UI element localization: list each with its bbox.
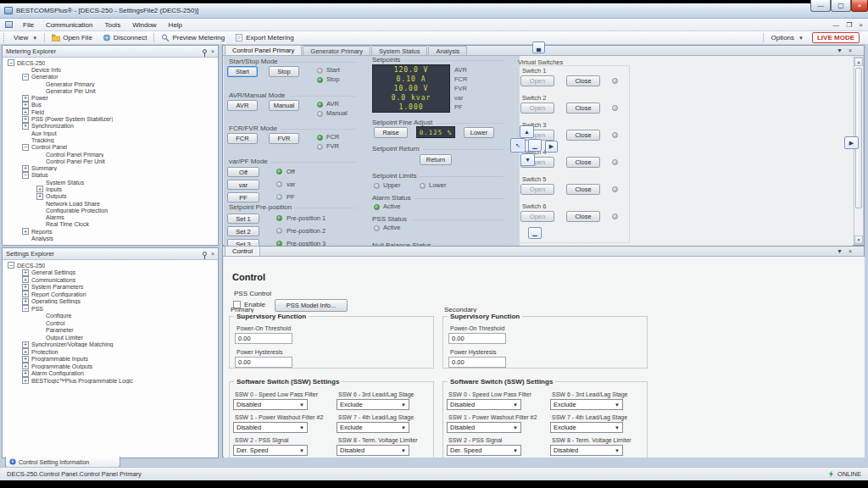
ssw-dropdown[interactable]: Disabled▼ (447, 399, 521, 410)
ssw-dropdown[interactable]: Exclude▼ (337, 399, 409, 410)
set-1-button[interactable]: Set 1 (227, 214, 259, 224)
tree-item[interactable]: +Inputs (3, 186, 218, 192)
expand-icon[interactable]: + (22, 95, 29, 102)
tree-item[interactable]: +Programmable Outputs (3, 363, 218, 370)
switch-close-button[interactable]: Close (566, 130, 600, 141)
maximize-button[interactable]: ▢ (831, 0, 851, 12)
pf-button[interactable]: PF (227, 192, 259, 202)
ssw-dropdown[interactable]: Disabled▼ (447, 422, 521, 433)
fcr-button[interactable]: FCR (227, 133, 258, 144)
off-button[interactable]: Off (227, 167, 259, 177)
tree-item[interactable]: +Report Configuration (3, 291, 218, 298)
close-icon[interactable]: × (849, 47, 852, 53)
avr-button[interactable]: AVR (227, 100, 258, 111)
tree-item[interactable]: +System Parameters (3, 284, 218, 291)
tree-item[interactable]: Generator Primary (3, 80, 218, 87)
tree-item[interactable]: +Field (3, 108, 218, 115)
tab-control-panel-primary[interactable]: Control Panel Primary (225, 45, 302, 55)
disconnect-button[interactable]: Disconnect (97, 32, 153, 44)
tree-item[interactable]: Analysis (3, 235, 218, 241)
minimize-button[interactable]: — (810, 0, 831, 12)
expand-icon[interactable]: + (22, 276, 29, 283)
tree-item[interactable]: +General Settings (3, 269, 218, 277)
tree-item[interactable]: Configure (3, 313, 218, 320)
menu-window[interactable]: Window (126, 21, 162, 29)
menu-tools[interactable]: Tools (98, 21, 126, 29)
vertical-scrollbar[interactable]: ▲ ▼ (854, 57, 864, 245)
tab-system-status[interactable]: System Status (371, 46, 427, 55)
collapse-icon[interactable]: − (22, 74, 29, 80)
expand-icon[interactable]: + (22, 291, 29, 297)
ssw-dropdown[interactable]: Der. Speed▼ (233, 445, 308, 456)
tree-item[interactable]: +Synchronizer/Voltage Matching (3, 341, 218, 349)
ssw-dropdown[interactable]: Exclude▼ (550, 422, 623, 433)
expand-icon[interactable]: + (36, 186, 43, 192)
switch-open-button[interactable]: Open (520, 75, 554, 86)
collapse-icon[interactable]: − (22, 305, 29, 312)
tree-item[interactable]: Generator Per Unit (3, 87, 218, 94)
tree-item[interactable]: System Status (3, 179, 218, 186)
switch-open-button[interactable]: Open (520, 211, 554, 222)
ssw-dropdown[interactable]: Disabled▼ (233, 422, 308, 433)
ssw-dropdown[interactable]: Der. Speed▼ (447, 445, 521, 456)
expand-icon[interactable]: + (22, 363, 29, 369)
chevron-down-icon[interactable]: ▼ (837, 248, 843, 254)
tree-item[interactable]: −Control Panel (3, 144, 218, 151)
tree-item[interactable]: +Alarm Configuration (3, 370, 218, 378)
tree-item[interactable]: Control (3, 319, 218, 327)
tree-item[interactable]: Real Time Clock (3, 221, 218, 228)
switch-close-button[interactable]: Close (566, 157, 600, 168)
menu-communication[interactable]: Communication (40, 21, 99, 29)
expand-icon[interactable]: + (22, 298, 29, 305)
switch-close-button[interactable]: Close (566, 103, 600, 114)
expand-icon[interactable]: + (22, 116, 29, 123)
tree-item[interactable]: +Power (3, 94, 218, 101)
tree-item[interactable]: Parameter (3, 327, 218, 335)
lower-button[interactable]: Lower (464, 127, 494, 138)
expand-icon[interactable]: + (22, 165, 29, 172)
tab-analysis[interactable]: Analysis (428, 46, 467, 55)
switch-close-button[interactable]: Close (566, 211, 600, 222)
power-hysteresis-input[interactable] (448, 357, 506, 368)
switch-open-button[interactable]: Open (520, 103, 554, 114)
tree-item[interactable]: Aux Input (3, 130, 218, 136)
collapse-icon[interactable]: − (8, 262, 14, 269)
ssw-dropdown[interactable]: Exclude▼ (337, 422, 409, 433)
scroll-up-icon[interactable]: ▲ (854, 58, 863, 66)
switch-close-button[interactable]: Close (566, 75, 600, 86)
tree-item[interactable]: Output Limiter (3, 334, 218, 341)
tree-item[interactable]: Control Panel Primary (3, 151, 218, 158)
tree-item[interactable]: +Protection (3, 348, 218, 356)
expand-icon[interactable]: + (22, 284, 29, 291)
mdi-minimize-icon[interactable]: — (832, 21, 839, 29)
tree-item[interactable]: +Reports (3, 228, 218, 235)
tree-item[interactable]: Device Info (3, 66, 218, 73)
tree-item[interactable]: +Operating Settings (3, 298, 218, 306)
tree-item[interactable]: Tracking (3, 136, 218, 143)
tree-item[interactable]: −DECS-250 (3, 59, 218, 66)
collapse-icon[interactable]: − (22, 172, 29, 179)
tree-item[interactable]: Network Load Share (3, 200, 218, 207)
tree-item[interactable]: +BESTlogic™Plus Programmable Logic (3, 377, 218, 385)
expand-icon[interactable]: + (22, 123, 29, 130)
switch-close-button[interactable]: Close (566, 184, 600, 195)
close-icon[interactable]: × (849, 248, 852, 254)
tree-item[interactable]: +PSS (Power System Stabilizer) (3, 115, 218, 122)
export-metering-button[interactable]: Export Metering (230, 32, 298, 44)
ssw-dropdown[interactable]: Exclude▼ (550, 399, 623, 410)
expand-icon[interactable]: + (22, 108, 29, 115)
pin-icon[interactable] (203, 49, 207, 53)
raise-button[interactable]: Raise (374, 127, 408, 138)
tree-item[interactable]: +Bus (3, 102, 218, 108)
expand-icon[interactable]: + (22, 228, 29, 235)
close-button[interactable]: × (851, 0, 868, 12)
tree-item[interactable]: Configurable Protection (3, 207, 218, 214)
tree-item[interactable]: Alarms (3, 214, 218, 221)
pss-model-info-button[interactable]: PSS Model Info... (275, 299, 348, 312)
stop-button[interactable]: Stop (269, 66, 299, 77)
collapse-icon[interactable]: − (8, 59, 14, 66)
scroll-down-icon[interactable]: ▼ (854, 236, 863, 244)
tree-item[interactable]: −DECS-250 (3, 262, 218, 269)
expand-icon[interactable]: + (22, 341, 29, 348)
tree-item[interactable]: +Synchronization (3, 123, 218, 130)
